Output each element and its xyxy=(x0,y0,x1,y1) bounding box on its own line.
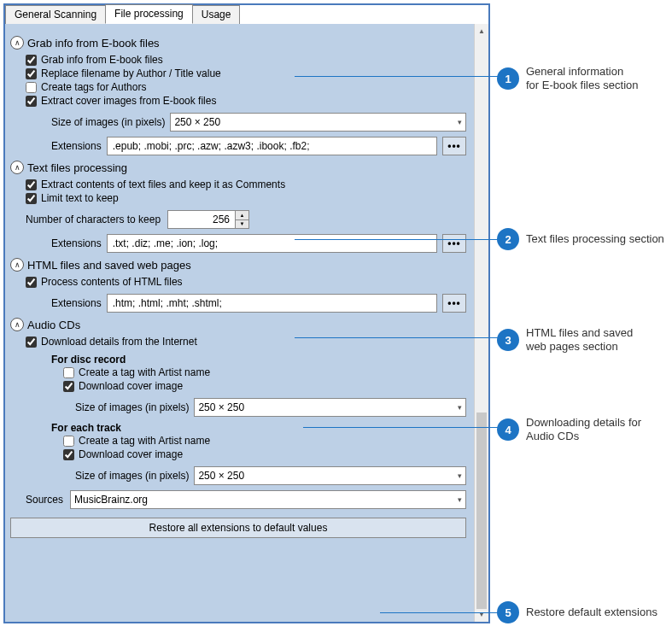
callout-text-1: General information for E-book files sec… xyxy=(526,65,639,93)
checkbox-input[interactable] xyxy=(26,82,37,93)
vertical-scrollbar[interactable]: ▲ ▼ xyxy=(474,24,488,622)
track-subheader: For each track xyxy=(26,422,466,434)
checkbox-disc-download-cover[interactable]: Download cover image xyxy=(63,379,466,393)
panel-body: ▲ ▼ ∧ Grab info from E-book files Grab i… xyxy=(5,24,488,622)
chevron-down-icon: ▾ xyxy=(458,471,462,480)
tab-bar: General Scanning File processing Usage xyxy=(5,4,488,24)
checkbox-input[interactable] xyxy=(26,336,37,348)
checkbox-input[interactable] xyxy=(26,68,37,79)
section-ebook-title: Grab info from E-book files xyxy=(27,37,160,50)
disc-size-select[interactable]: 250 × 250 ▾ xyxy=(194,398,466,417)
callout-text-5: Restore default extensions xyxy=(526,606,657,619)
section-audio-header[interactable]: ∧ Audio CDs xyxy=(10,318,466,331)
leader-line xyxy=(295,337,498,338)
callout-badge-2: 2 xyxy=(497,228,519,250)
tab-general-scanning[interactable]: General Scanning xyxy=(5,5,106,25)
spinner-down-icon[interactable]: ▼ xyxy=(236,219,249,230)
checkbox-replace-filename[interactable]: Replace filename by Author / Title value xyxy=(26,67,466,80)
num-chars-input[interactable] xyxy=(167,210,236,229)
leader-line xyxy=(295,239,498,240)
callout-text-4: Downloading details for Audio CDs xyxy=(526,416,669,444)
checkbox-limit-text[interactable]: Limit text to keep xyxy=(26,191,466,205)
checkbox-input[interactable] xyxy=(63,381,74,392)
checkbox-input[interactable] xyxy=(26,179,37,190)
tab-file-processing[interactable]: File processing xyxy=(105,4,193,24)
sources-select[interactable]: MusicBrainz.org ▾ xyxy=(70,490,466,509)
ebook-size-select[interactable]: 250 × 250 ▾ xyxy=(170,113,466,132)
tab-usage[interactable]: Usage xyxy=(192,5,241,25)
leader-line xyxy=(303,427,498,428)
checkbox-input[interactable] xyxy=(26,193,37,204)
sources-label: Sources xyxy=(26,494,65,506)
scroll-up-icon[interactable]: ▲ xyxy=(475,24,488,38)
section-audio-title: Audio CDs xyxy=(27,319,80,331)
checkbox-create-tags-authors[interactable]: Create tags for Authors xyxy=(26,80,466,94)
chevron-up-icon[interactable]: ∧ xyxy=(10,161,24,174)
checkbox-input[interactable] xyxy=(63,367,74,378)
text-ext-more-button[interactable]: ••• xyxy=(442,234,466,253)
callout-badge-5: 5 xyxy=(497,601,519,623)
section-ebook-header[interactable]: ∧ Grab info from E-book files xyxy=(10,36,466,50)
settings-panel: General Scanning File processing Usage ▲… xyxy=(3,3,490,623)
leader-line xyxy=(380,612,498,613)
scroll-thumb[interactable] xyxy=(476,413,487,609)
callout-badge-3: 3 xyxy=(497,329,519,351)
html-extensions-input[interactable]: .htm; .html; .mht; .shtml; xyxy=(107,294,437,313)
chevron-up-icon[interactable]: ∧ xyxy=(10,318,24,331)
checkbox-track-tag-artist[interactable]: Create a tag with Artist name xyxy=(63,434,466,448)
track-size-label: Size of images (in pixels) xyxy=(75,470,189,482)
text-ext-label: Extensions xyxy=(51,237,102,249)
disc-record-subheader: For disc record xyxy=(26,354,466,366)
section-text-title: Text files processing xyxy=(27,161,127,174)
chevron-up-icon[interactable]: ∧ xyxy=(10,36,24,50)
restore-extensions-button[interactable]: Restore all extensions to default values xyxy=(10,518,466,538)
ebook-extensions-input[interactable]: .epub; .mobi; .prc; .azw; .azw3; .ibook;… xyxy=(107,137,437,155)
chevron-down-icon: ▾ xyxy=(458,403,462,412)
checkbox-process-html[interactable]: Process contents of HTML files xyxy=(26,275,466,289)
track-size-select[interactable]: 250 × 250 ▾ xyxy=(194,466,466,485)
checkbox-disc-tag-artist[interactable]: Create a tag with Artist name xyxy=(63,366,466,379)
chevron-down-icon: ▾ xyxy=(458,495,462,504)
ebook-size-label: Size of images (in pixels) xyxy=(51,116,165,128)
chevron-up-icon[interactable]: ∧ xyxy=(10,258,24,272)
ebook-ext-label: Extensions xyxy=(51,140,102,152)
checkbox-input[interactable] xyxy=(26,55,37,66)
annotations: 1 General information for E-book files s… xyxy=(497,3,669,623)
leader-line xyxy=(295,76,498,77)
checkbox-input[interactable] xyxy=(26,277,37,288)
callout-text-3: HTML files and saved web pages section xyxy=(526,326,633,354)
checkbox-input[interactable] xyxy=(63,449,74,460)
text-extensions-input[interactable]: .txt; .diz; .me; .ion; .log; xyxy=(107,234,437,253)
checkbox-input[interactable] xyxy=(63,436,74,447)
chevron-down-icon: ▾ xyxy=(458,118,462,126)
html-ext-label: Extensions xyxy=(51,297,102,309)
checkbox-extract-cover[interactable]: Extract cover images from E-book files xyxy=(26,94,466,108)
callout-badge-4: 4 xyxy=(497,418,519,441)
checkbox-grab-ebook[interactable]: Grab info from E-book files xyxy=(26,53,466,67)
ebook-ext-more-button[interactable]: ••• xyxy=(442,137,466,155)
section-html-header[interactable]: ∧ HTML files and saved web pages xyxy=(10,258,466,272)
checkbox-track-download-cover[interactable]: Download cover image xyxy=(63,448,466,461)
section-text-header[interactable]: ∧ Text files processing xyxy=(10,161,466,174)
num-chars-label: Number of characters to keep xyxy=(26,214,162,225)
callout-text-2: Text files processing section xyxy=(526,232,664,246)
num-chars-spinner[interactable]: ▲ ▼ xyxy=(167,210,249,229)
html-ext-more-button[interactable]: ••• xyxy=(442,294,466,313)
checkbox-extract-text[interactable]: Extract contents of text files and keep … xyxy=(26,178,466,191)
callout-badge-1: 1 xyxy=(497,67,519,90)
disc-size-label: Size of images (in pixels) xyxy=(75,401,189,413)
checkbox-input[interactable] xyxy=(26,96,37,107)
section-html-title: HTML files and saved web pages xyxy=(27,259,191,272)
scroll-down-icon[interactable]: ▼ xyxy=(475,607,488,622)
spinner-up-icon[interactable]: ▲ xyxy=(236,210,249,219)
